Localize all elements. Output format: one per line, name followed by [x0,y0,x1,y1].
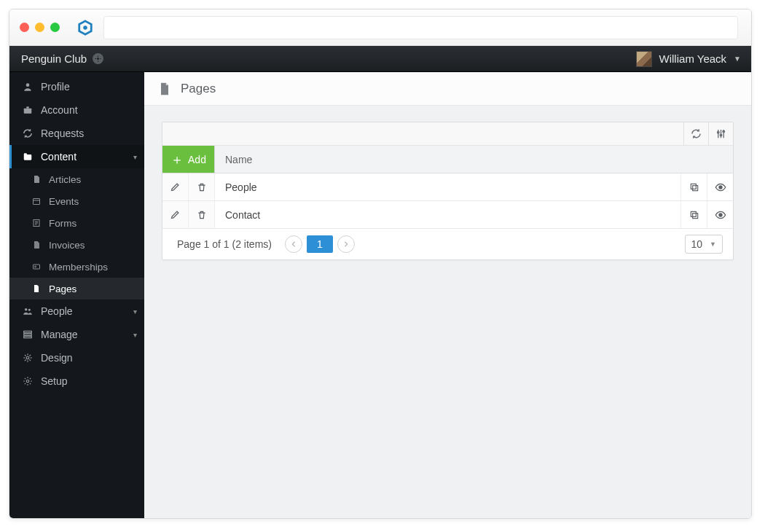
address-bar[interactable] [103,16,738,39]
sidebar-item-design[interactable]: Design [9,346,144,369]
sidebar-item-manage[interactable]: Manage ▾ [9,323,144,346]
sidebar-subitem-invoices[interactable]: Invoices [9,234,144,256]
svg-point-30 [723,130,725,133]
svg-rect-9 [26,106,29,108]
refresh-button[interactable] [683,122,708,145]
page-title: Pages [181,82,216,96]
next-page-button[interactable] [337,235,355,253]
add-button-label: Add [188,154,206,165]
view-row-button[interactable] [707,201,733,228]
svg-point-17 [35,266,36,267]
delete-row-button[interactable] [189,201,215,228]
sidebar-item-content[interactable]: Content ▾ [9,145,144,168]
sidebar-subitem-articles[interactable]: Articles [9,168,144,190]
design-icon [22,353,34,363]
sidebar-item-profile[interactable]: Profile [9,75,144,98]
chevron-down-icon: ▾ [133,308,137,316]
sidebar-item-label: Setup [41,375,68,387]
chevron-down-icon: ▼ [734,55,741,63]
svg-point-18 [25,308,28,311]
chevron-down-icon: ▾ [133,331,137,339]
sidebar-item-label: Memberships [49,262,108,273]
sidebar-item-label: Articles [49,174,81,185]
form-icon [31,219,42,227]
hex-favicon-icon [77,20,93,36]
sidebar-item-people[interactable]: People ▾ [9,300,144,323]
svg-point-29 [720,134,722,136]
app-shell: Penguin Club William Yeack ▼ Profile [9,46,751,518]
svg-point-28 [718,131,720,133]
sidebar-item-account[interactable]: Account [9,98,144,122]
sidebar-subitem-events[interactable]: Events [9,190,144,212]
svg-point-19 [28,309,31,311]
calendar-icon [31,197,42,206]
sidebar-subitem-memberships[interactable]: Memberships [9,256,144,278]
window-zoom-button[interactable] [50,23,60,32]
page-icon [31,284,42,293]
sidebar: Profile Account Requests [9,72,144,518]
chevron-down-icon: ▾ [133,153,137,161]
svg-rect-20 [24,331,32,332]
briefcase-icon [22,105,34,115]
svg-point-33 [719,186,722,189]
pager-summary: Page 1 of 1 (2 items) [173,238,272,250]
grid-footer: Page 1 of 1 (2 items) 1 [162,229,733,259]
sidebar-item-label: Account [41,104,78,116]
window-minimize-button[interactable] [35,23,44,32]
delete-row-button[interactable] [189,173,215,200]
view-row-button[interactable] [707,173,733,200]
edit-row-button[interactable] [162,173,189,200]
row-name-cell: Contact [215,201,680,228]
grid-header-row: ＋ Add Name [162,146,733,173]
svg-rect-31 [692,185,697,190]
org-settings-icon[interactable] [93,53,103,64]
add-button[interactable]: ＋ Add [162,146,215,173]
gear-icon [22,376,34,386]
column-header-name[interactable]: Name [215,146,733,173]
svg-rect-32 [691,184,696,189]
sidebar-item-label: Design [41,352,73,364]
refresh-icon [22,128,34,138]
sidebar-subitem-forms[interactable]: Forms [9,212,144,234]
svg-point-23 [26,356,29,359]
duplicate-row-button[interactable] [680,201,707,228]
sidebar-item-label: People [41,305,73,317]
svg-point-36 [719,214,722,216]
manage-icon [22,329,34,340]
column-settings-button[interactable] [708,122,733,145]
sidebar-subitem-pages[interactable]: Pages [9,278,144,300]
svg-rect-21 [24,334,32,335]
svg-rect-22 [24,336,32,337]
pager-nav: 1 [285,235,355,253]
sidebar-item-label: Requests [41,128,84,139]
sidebar-item-label: Forms [49,218,76,229]
current-page[interactable]: 1 [307,235,333,253]
prev-page-button[interactable] [285,235,302,253]
page-header: Pages [144,72,751,106]
page-size-value: 10 [691,238,703,250]
grid-toolbar [162,122,733,146]
page-size-select[interactable]: 10 ▼ [685,235,723,254]
org-name: Penguin Club [21,52,87,65]
edit-row-button[interactable] [162,201,189,228]
user-name: William Yeack [659,52,727,65]
sidebar-item-label: Manage [41,329,78,340]
svg-rect-10 [34,199,40,205]
svg-point-24 [26,380,29,383]
sidebar-item-label: Pages [49,283,76,294]
sidebar-item-requests[interactable]: Requests [9,122,144,145]
traffic-lights [20,23,60,32]
main-content: Pages [144,72,751,518]
duplicate-row-button[interactable] [680,173,707,200]
folder-icon [22,152,34,162]
table-row: People [162,173,733,201]
svg-rect-35 [691,211,696,216]
svg-rect-34 [692,213,697,218]
chevron-down-icon: ▼ [710,240,716,248]
user-menu[interactable]: William Yeack ▼ [636,51,741,67]
idcard-icon [31,262,42,271]
window-close-button[interactable] [20,23,29,32]
document-icon [31,175,42,184]
sidebar-item-setup[interactable]: Setup [9,369,144,393]
browser-titlebar [9,9,751,46]
